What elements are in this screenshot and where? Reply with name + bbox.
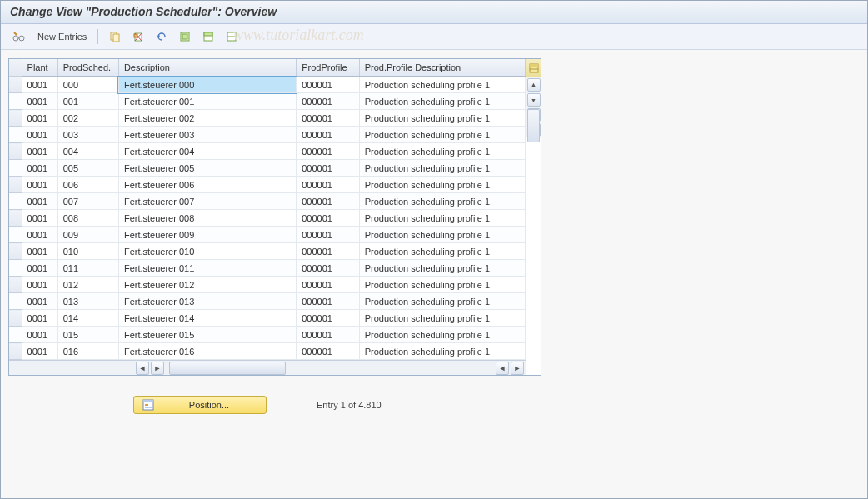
- cell-desc[interactable]: Fert.steuerer 007: [118, 193, 296, 210]
- cell-pdesc[interactable]: Production scheduling profile 1: [359, 227, 525, 243]
- cell-desc[interactable]: Fert.steuerer 001: [118, 93, 296, 110]
- cell-profile[interactable]: 000001: [297, 343, 359, 360]
- cell-pdesc[interactable]: Production scheduling profile 1: [359, 143, 525, 160]
- cell-profile[interactable]: 000001: [297, 177, 359, 193]
- cell-pdesc[interactable]: Production scheduling profile 1: [359, 277, 525, 293]
- table-row[interactable]: 0001000Fert.steuerer 000000001Production…: [9, 77, 526, 93]
- col-header-prodsched[interactable]: ProdSched.: [57, 59, 118, 77]
- table-row[interactable]: 0001006Fert.steuerer 006000001Production…: [9, 177, 526, 193]
- cell-desc[interactable]: Fert.steuerer 013: [118, 293, 296, 310]
- row-selector[interactable]: [9, 210, 22, 227]
- table-row[interactable]: 0001014Fert.steuerer 014000001Production…: [9, 310, 526, 327]
- deselect-all-button[interactable]: [222, 27, 242, 46]
- select-block-button[interactable]: [198, 27, 218, 46]
- cell-pdesc[interactable]: Production scheduling profile 1: [359, 310, 525, 327]
- cell-profile[interactable]: 000001: [297, 93, 359, 110]
- cell-profile[interactable]: 000001: [297, 110, 359, 127]
- cell-profile[interactable]: 000001: [297, 143, 359, 160]
- cell-desc[interactable]: Fert.steuerer 009: [118, 227, 296, 243]
- cell-plant[interactable]: 0001: [22, 110, 57, 127]
- scroll-left-icon[interactable]: ◄: [136, 362, 149, 375]
- cell-pdesc[interactable]: Production scheduling profile 1: [359, 127, 525, 143]
- table-row[interactable]: 0001007Fert.steuerer 007000001Production…: [9, 193, 526, 210]
- scroll-right-icon[interactable]: ►: [151, 362, 164, 375]
- row-selector[interactable]: [9, 293, 22, 310]
- row-selector[interactable]: [9, 110, 22, 127]
- row-selector[interactable]: [9, 77, 22, 93]
- table-row[interactable]: 0001009Fert.steuerer 009000001Production…: [9, 227, 526, 243]
- cell-plant[interactable]: 0001: [22, 227, 57, 243]
- cell-plant[interactable]: 0001: [22, 177, 57, 193]
- cell-pdesc[interactable]: Production scheduling profile 1: [359, 93, 525, 110]
- row-selector[interactable]: [9, 277, 22, 293]
- cell-desc[interactable]: Fert.steuerer 002: [118, 110, 296, 127]
- cell-pdesc[interactable]: Production scheduling profile 1: [359, 110, 525, 127]
- cell-plant[interactable]: 0001: [22, 277, 57, 293]
- table-row[interactable]: 0001012Fert.steuerer 012000001Production…: [9, 277, 526, 293]
- vscroll-thumb[interactable]: [527, 109, 540, 142]
- cell-profile[interactable]: 000001: [297, 210, 359, 227]
- cell-desc[interactable]: Fert.steuerer 016: [118, 343, 296, 360]
- cell-sched[interactable]: 015: [57, 327, 118, 343]
- scroll-left-end-icon[interactable]: ◄: [496, 362, 509, 375]
- table-row[interactable]: 0001011Fert.steuerer 011000001Production…: [9, 260, 526, 277]
- col-header-prodprofile[interactable]: ProdProfile: [297, 59, 359, 77]
- cell-pdesc[interactable]: Production scheduling profile 1: [359, 210, 525, 227]
- cell-profile[interactable]: 000001: [297, 127, 359, 143]
- horizontal-scrollbar[interactable]: ◄ ► ◄ ►: [9, 360, 526, 375]
- row-selector[interactable]: [9, 327, 22, 343]
- cell-sched[interactable]: 008: [57, 210, 118, 227]
- col-header-description[interactable]: Description: [118, 59, 296, 77]
- cell-sched[interactable]: 001: [57, 93, 118, 110]
- cell-desc[interactable]: Fert.steuerer 010: [118, 243, 296, 260]
- cell-desc[interactable]: Fert.steuerer 008: [118, 210, 296, 227]
- row-selector[interactable]: [9, 227, 22, 243]
- cell-plant[interactable]: 0001: [22, 310, 57, 327]
- cell-pdesc[interactable]: Production scheduling profile 1: [359, 243, 525, 260]
- cell-sched[interactable]: 003: [57, 127, 118, 143]
- table-row[interactable]: 0001004Fert.steuerer 004000001Production…: [9, 143, 526, 160]
- table-row[interactable]: 0001003Fert.steuerer 003000001Production…: [9, 127, 526, 143]
- toggle-display-change-button[interactable]: [8, 27, 30, 46]
- cell-plant[interactable]: 0001: [22, 77, 57, 93]
- cell-plant[interactable]: 0001: [22, 210, 57, 227]
- cell-sched[interactable]: 016: [57, 343, 118, 360]
- cell-desc[interactable]: Fert.steuerer 005: [118, 160, 296, 177]
- vertical-scrollbar[interactable]: ▲ ▼ ▲ ▼: [526, 77, 541, 137]
- cell-sched[interactable]: 013: [57, 293, 118, 310]
- row-selector[interactable]: [9, 127, 22, 143]
- row-selector[interactable]: [9, 243, 22, 260]
- cell-pdesc[interactable]: Production scheduling profile 1: [359, 343, 525, 360]
- cell-profile[interactable]: 000001: [297, 327, 359, 343]
- cell-desc[interactable]: Fert.steuerer 014: [118, 310, 296, 327]
- scroll-right-end-icon[interactable]: ►: [511, 362, 524, 375]
- cell-plant[interactable]: 0001: [22, 143, 57, 160]
- cell-plant[interactable]: 0001: [22, 293, 57, 310]
- table-row[interactable]: 0001015Fert.steuerer 015000001Production…: [9, 327, 526, 343]
- undo-change-button[interactable]: [152, 27, 172, 46]
- table-row[interactable]: 0001013Fert.steuerer 013000001Production…: [9, 293, 526, 310]
- row-selector[interactable]: [9, 310, 22, 327]
- cell-sched[interactable]: 009: [57, 227, 118, 243]
- table-row[interactable]: 0001008Fert.steuerer 008000001Production…: [9, 210, 526, 227]
- cell-plant[interactable]: 0001: [22, 327, 57, 343]
- cell-sched[interactable]: 014: [57, 310, 118, 327]
- select-all-button[interactable]: [175, 27, 195, 46]
- cell-sched[interactable]: 004: [57, 143, 118, 160]
- hscroll-thumb[interactable]: [169, 362, 286, 375]
- cell-plant[interactable]: 0001: [22, 243, 57, 260]
- cell-desc[interactable]: Fert.steuerer 003: [118, 127, 296, 143]
- cell-sched[interactable]: 007: [57, 193, 118, 210]
- new-entries-button[interactable]: New Entries: [33, 27, 91, 46]
- table-row[interactable]: 0001016Fert.steuerer 016000001Production…: [9, 343, 526, 360]
- cell-profile[interactable]: 000001: [297, 310, 359, 327]
- cell-pdesc[interactable]: Production scheduling profile 1: [359, 260, 525, 277]
- cell-desc[interactable]: Fert.steuerer 004: [118, 143, 296, 160]
- cell-sched[interactable]: 000: [57, 77, 118, 93]
- cell-profile[interactable]: 000001: [297, 160, 359, 177]
- position-button[interactable]: Position...: [133, 396, 267, 414]
- cell-desc[interactable]: Fert.steuerer 006: [118, 177, 296, 193]
- row-selector[interactable]: [9, 177, 22, 193]
- table-row[interactable]: 0001005Fert.steuerer 005000001Production…: [9, 160, 526, 177]
- col-header-profile-description[interactable]: Prod.Profile Description: [359, 59, 525, 77]
